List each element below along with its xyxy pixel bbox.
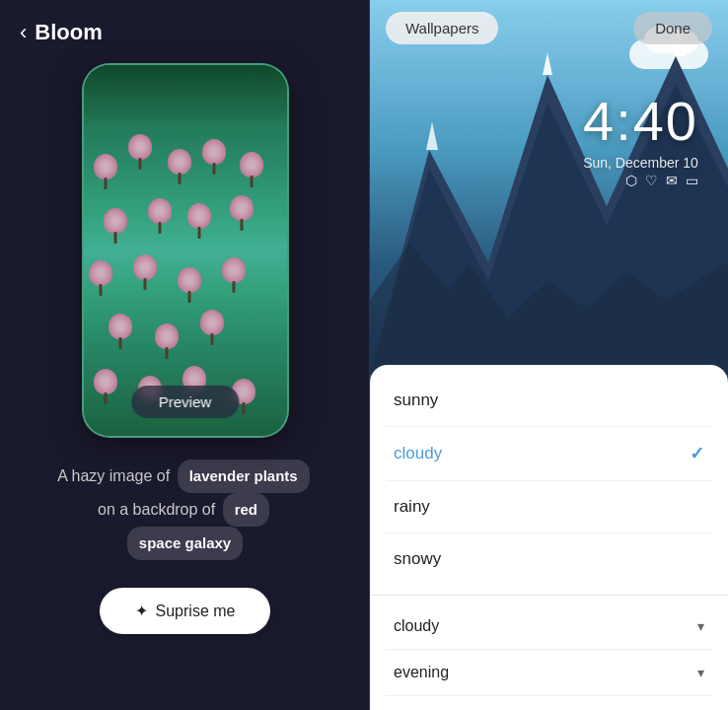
tree <box>104 208 127 244</box>
clock-display: 4:40 Sun, December 10 <box>583 89 698 171</box>
tree <box>94 154 117 189</box>
lower-selectors: cloudy ▾ evening ▾ <box>370 595 728 704</box>
status-icon-3: ✉ <box>666 173 678 188</box>
bottom-bar: Apply Animated <box>370 704 728 710</box>
tree <box>89 260 112 296</box>
clock-time: 4:40 <box>583 89 698 153</box>
status-icon-4: ▭ <box>686 173 698 188</box>
chevron-down-icon: ▾ <box>697 665 704 680</box>
dropdown-item-label: sunny <box>394 390 438 410</box>
svg-marker-2 <box>543 52 552 75</box>
check-icon: ✓ <box>690 443 704 464</box>
clock-date: Sun, December 10 <box>583 155 698 171</box>
desc-text-2: on a backdrop of <box>98 501 215 518</box>
dropdown-list: sunny cloudy ✓ rainy snowy <box>370 365 728 595</box>
description-area: A hazy image of lavender plants on a bac… <box>20 460 350 560</box>
desc-text-1: A hazy image of <box>57 467 170 484</box>
preview-button[interactable]: Preview <box>131 386 239 418</box>
app-title: Bloom <box>35 20 102 45</box>
tree <box>109 314 132 349</box>
dropdown-item-label: cloudy <box>394 444 442 463</box>
dropdown-item-sunny[interactable]: sunny <box>370 375 728 426</box>
description-line3: space galaxy <box>20 527 350 560</box>
status-icons: ⬡ ♡ ✉ ▭ <box>625 173 698 188</box>
sparkle-icon: ✦ <box>135 602 148 620</box>
surprise-button[interactable]: ✦ Suprise me <box>100 588 271 634</box>
tree <box>128 134 152 170</box>
right-panel: Wallpapers Done 4:40 Sun, December 10 ⬡ … <box>370 0 728 710</box>
back-button[interactable]: ‹ <box>20 20 27 45</box>
tree <box>148 198 172 234</box>
tree <box>178 267 201 303</box>
dropdown-item-label: rainy <box>394 497 430 517</box>
description-line2: on a backdrop of red <box>20 493 350 527</box>
selector-label: evening <box>394 664 449 681</box>
top-buttons: Wallpapers Done <box>370 12 728 44</box>
tree <box>155 323 179 359</box>
tag-lavender: lavender plants <box>178 460 310 493</box>
wallpapers-button[interactable]: Wallpapers <box>386 12 498 44</box>
selector-evening[interactable]: evening ▾ <box>386 650 712 696</box>
tree <box>202 139 226 175</box>
dropdown-item-rainy[interactable]: rainy <box>370 481 728 532</box>
description-line1: A hazy image of lavender plants <box>20 460 350 493</box>
tag-red: red <box>223 493 269 527</box>
svg-marker-4 <box>426 122 438 151</box>
status-icon-2: ♡ <box>645 173 658 188</box>
phone-image <box>84 65 287 436</box>
tree <box>133 254 157 290</box>
tree <box>187 203 211 239</box>
tree <box>222 257 246 293</box>
back-header: ‹ Bloom <box>20 20 350 45</box>
tree <box>94 369 117 404</box>
status-icon-1: ⬡ <box>625 173 637 188</box>
phone-mockup: Preview <box>82 63 289 438</box>
surprise-label: Suprise me <box>156 603 236 620</box>
selector-label: cloudy <box>394 617 439 635</box>
tag-space-galaxy: space galaxy <box>127 527 243 560</box>
dropdown-item-label: snowy <box>394 549 441 569</box>
tree <box>240 152 263 187</box>
trees-container <box>84 65 287 436</box>
wallpaper-preview: Wallpapers Done 4:40 Sun, December 10 ⬡ … <box>370 0 728 375</box>
chevron-down-icon: ▾ <box>697 618 704 634</box>
left-panel: ‹ Bloom <box>0 0 370 710</box>
tree <box>200 310 224 345</box>
tree <box>230 195 254 231</box>
done-button[interactable]: Done <box>633 12 712 44</box>
selector-cloudy[interactable]: cloudy ▾ <box>386 604 712 650</box>
dropdown-item-cloudy[interactable]: cloudy ✓ <box>370 427 728 480</box>
tree <box>168 149 191 184</box>
dropdown-item-snowy[interactable]: snowy <box>370 533 728 585</box>
dropdown-panel: sunny cloudy ✓ rainy snowy cloudy ▾ <box>370 365 728 710</box>
